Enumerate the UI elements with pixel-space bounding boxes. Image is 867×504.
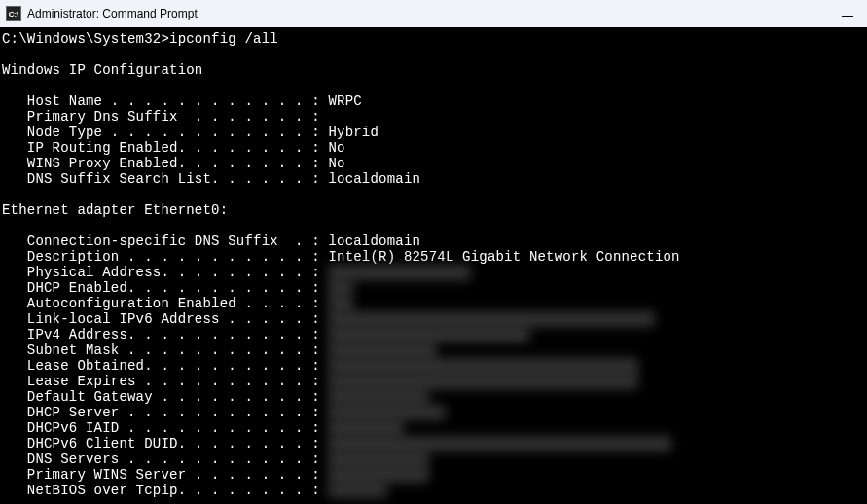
dns-suffix-list-line: DNS Suffix Search List. . . . . . : loca…: [2, 171, 867, 187]
subnet-mask-redacted: XXX.XXX.XXX.X: [328, 342, 437, 358]
wins-proxy-value: No: [328, 156, 344, 171]
netbios-redacted: Enabled: [328, 483, 386, 498]
default-gateway-redacted: XXX.XXX.XX.X: [328, 389, 428, 405]
primary-wins-line: Primary WINS Server . . . . . . . : XXX.…: [2, 467, 867, 483]
autoconfig-redacted: Yes: [328, 296, 353, 311]
ip-routing-line: IP Routing Enabled. . . . . . . . : No: [2, 140, 867, 156]
link-local-ipv6-redacted: fe80::XXXX:XXXX:XXXX:XXXX%XX(Preferred): [328, 311, 654, 327]
blank-line: [2, 78, 867, 93]
netbios-label: NetBIOS over Tcpip. . . . . . . . :: [2, 483, 328, 498]
dhcpv6-duid-redacted: XX-XX-XX-XX-XX-XX-XX-XX-XX-XX-XX-XX-XX-X…: [328, 436, 671, 451]
conn-dns-suffix-label: Connection-specific DNS Suffix . :: [2, 234, 328, 249]
primary-dns-suffix-line: Primary Dns Suffix . . . . . . . :: [2, 109, 867, 125]
adapter-header: Ethernet adapter Ethernet0:: [2, 202, 867, 218]
default-gateway-label: Default Gateway . . . . . . . . . :: [2, 389, 328, 405]
lease-expires-label: Lease Expires . . . . . . . . . . :: [2, 374, 328, 389]
subnet-mask-label: Subnet Mask . . . . . . . . . . . :: [2, 342, 328, 358]
ip-routing-label: IP Routing Enabled. . . . . . . . :: [2, 140, 328, 156]
wins-proxy-label: WINS Proxy Enabled. . . . . . . . :: [2, 156, 328, 171]
wins-proxy-line: WINS Proxy Enabled. . . . . . . . : No: [2, 156, 867, 171]
minimize-button[interactable]: [842, 16, 853, 17]
lease-obtained-line: Lease Obtained. . . . . . . . . . : Xxxx…: [2, 358, 867, 374]
description-line: Description . . . . . . . . . . . : Inte…: [2, 249, 867, 265]
blank-line: [2, 187, 867, 202]
host-name-value: WRPC: [328, 93, 361, 109]
physical-address-line: Physical Address. . . . . . . . . : XX-X…: [2, 265, 867, 280]
lease-expires-redacted: Xxxxxxxx, Xxxxxxxx X, XXXX X:XX:XX XX: [328, 374, 637, 389]
autoconfig-label: Autoconfiguration Enabled . . . . :: [2, 296, 328, 311]
cmd-icon: C:\: [6, 6, 21, 21]
dhcp-enabled-redacted: Yes: [328, 280, 353, 296]
node-type-value: Hybrid: [328, 125, 379, 140]
dhcpv6-duid-label: DHCPv6 Client DUID. . . . . . . . :: [2, 436, 328, 451]
subnet-mask-line: Subnet Mask . . . . . . . . . . . : XXX.…: [2, 342, 867, 358]
primary-wins-label: Primary WINS Server . . . . . . . :: [2, 467, 328, 483]
description-value: Intel(R) 82574L Gigabit Network Connecti…: [328, 249, 679, 265]
default-gateway-line: Default Gateway . . . . . . . . . : XXX.…: [2, 389, 867, 405]
ipv4-address-line: IPv4 Address. . . . . . . . . . . : XXX.…: [2, 327, 867, 342]
link-local-ipv6-line: Link-local IPv6 Address . . . . . : fe80…: [2, 311, 867, 327]
window-title: Administrator: Command Prompt: [27, 7, 198, 20]
dhcp-server-line: DHCP Server . . . . . . . . . . . : XXX.…: [2, 405, 867, 420]
titlebar-left: C:\ Administrator: Command Prompt: [6, 6, 198, 21]
titlebar-controls: [842, 12, 861, 17]
autoconfig-line: Autoconfiguration Enabled . . . . : Yes: [2, 296, 867, 311]
host-name-line: Host Name . . . . . . . . . . . . : WRPC: [2, 93, 867, 109]
dns-suffix-list-label: DNS Suffix Search List. . . . . . :: [2, 171, 328, 187]
ip-config-header: Windows IP Configuration: [2, 62, 867, 78]
window-titlebar: C:\ Administrator: Command Prompt: [0, 0, 867, 27]
dns-servers-redacted: XXX.XXX.XX.X: [328, 451, 428, 467]
lease-expires-line: Lease Expires . . . . . . . . . . : Xxxx…: [2, 374, 867, 389]
prompt-path: C:\Windows\System32>: [2, 31, 169, 47]
prompt-command: ipconfig /all: [169, 31, 278, 47]
physical-address-redacted: XX-XX-XX-XX-XX-XX: [328, 265, 470, 280]
lease-obtained-label: Lease Obtained. . . . . . . . . . :: [2, 358, 328, 374]
node-type-label: Node Type . . . . . . . . . . . . :: [2, 125, 328, 140]
dhcpv6-iaid-label: DHCPv6 IAID . . . . . . . . . . . :: [2, 420, 328, 436]
dhcp-server-redacted: XXX.XXX.XX.XXX: [328, 405, 445, 420]
node-type-line: Node Type . . . . . . . . . . . . : Hybr…: [2, 125, 867, 140]
primary-dns-suffix-label: Primary Dns Suffix . . . . . . . :: [2, 109, 320, 125]
dhcpv6-duid-line: DHCPv6 Client DUID. . . . . . . . : XX-X…: [2, 436, 867, 451]
primary-wins-redacted: XXX.XXX.XX.X: [328, 467, 428, 483]
dns-suffix-list-value: localdomain: [328, 171, 420, 187]
netbios-line: NetBIOS over Tcpip. . . . . . . . : Enab…: [2, 483, 867, 498]
prompt-line: C:\Windows\System32>ipconfig /all: [2, 31, 867, 47]
conn-dns-suffix-line: Connection-specific DNS Suffix . : local…: [2, 234, 867, 249]
cmd-icon-text: C:\: [9, 10, 19, 18]
dns-servers-label: DNS Servers . . . . . . . . . . . :: [2, 451, 328, 467]
ipv4-address-label: IPv4 Address. . . . . . . . . . . :: [2, 327, 328, 342]
ipv4-address-redacted: XXX.XXX.X.XXX(Preferred): [328, 327, 528, 342]
description-label: Description . . . . . . . . . . . :: [2, 249, 328, 265]
lease-obtained-redacted: Xxxxxxxx, Xxxxxxxx X, XXXX X:XX:XX XX: [328, 358, 637, 374]
conn-dns-suffix-value: localdomain: [328, 234, 420, 249]
physical-address-label: Physical Address. . . . . . . . . :: [2, 265, 328, 280]
dhcp-enabled-line: DHCP Enabled. . . . . . . . . . . : Yes: [2, 280, 867, 296]
dhcp-enabled-label: DHCP Enabled. . . . . . . . . . . :: [2, 280, 328, 296]
terminal-output[interactable]: C:\Windows\System32>ipconfig /all Window…: [0, 27, 867, 504]
host-name-label: Host Name . . . . . . . . . . . . :: [2, 93, 328, 109]
ip-routing-value: No: [328, 140, 344, 156]
blank-line: [2, 47, 867, 62]
dhcp-server-label: DHCP Server . . . . . . . . . . . :: [2, 405, 328, 420]
link-local-ipv6-label: Link-local IPv6 Address . . . . . :: [2, 311, 328, 327]
blank-line: [2, 218, 867, 234]
dhcpv6-iaid-line: DHCPv6 IAID . . . . . . . . . . . : XXXX…: [2, 420, 867, 436]
dhcpv6-iaid-redacted: XXXXXXXXX: [328, 420, 403, 436]
dns-servers-line: DNS Servers . . . . . . . . . . . : XXX.…: [2, 451, 867, 467]
